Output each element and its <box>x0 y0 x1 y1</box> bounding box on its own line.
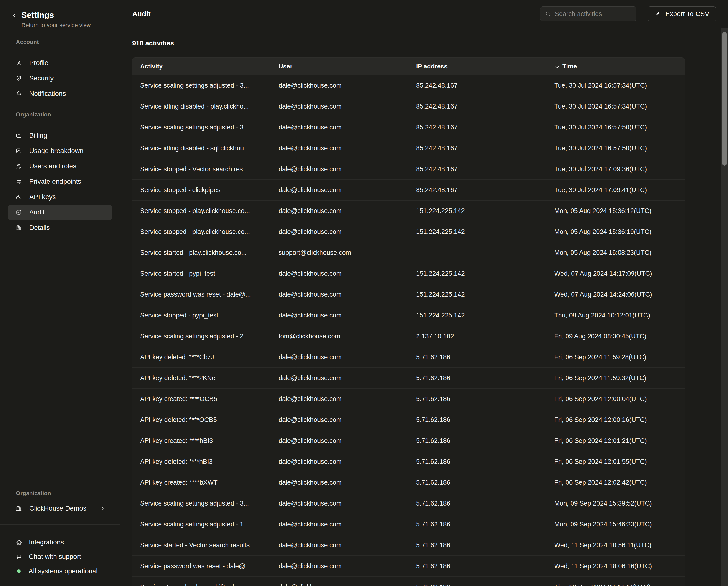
ip-cell: 151.224.225.142 <box>408 228 547 236</box>
column-header-user[interactable]: User <box>271 63 408 70</box>
activity-cell: Service idling disabled - play.clickho..… <box>132 103 271 110</box>
users-icon <box>15 163 22 170</box>
ip-cell: 85.242.48.167 <box>408 124 547 131</box>
time-cell: Fri, 06 Sep 2024 12:00:04(UTC) <box>547 395 684 403</box>
chevron-left-icon <box>11 13 17 18</box>
sidebar-item-label: Audit <box>29 209 45 216</box>
table-row: Service started - play.clickhouse.co...s… <box>132 242 684 263</box>
building-icon <box>15 505 22 512</box>
ip-cell: - <box>408 249 547 257</box>
scrollbar-thumb[interactable] <box>723 32 727 166</box>
sidebar-item-api-keys[interactable]: API keys <box>0 189 120 204</box>
column-header-time[interactable]: Time <box>547 63 684 70</box>
sidebar-item-audit[interactable]: Audit <box>8 204 112 220</box>
sidebar-item-label: API keys <box>29 193 56 201</box>
vertical-scrollbar <box>721 28 728 586</box>
column-header-ip[interactable]: IP address <box>408 63 547 70</box>
page-title: Audit <box>132 10 151 18</box>
back-button[interactable] <box>10 10 18 21</box>
sidebar-item-profile[interactable]: Profile <box>0 55 120 71</box>
sidebar-item-users-and-roles[interactable]: Users and roles <box>0 158 120 174</box>
chat-with-support-link[interactable]: Chat with support <box>0 550 120 564</box>
user-cell: dale@clickhouse.com <box>271 82 408 89</box>
sidebar-item-notifications[interactable]: Notifications <box>0 86 120 101</box>
org-switcher[interactable]: ClickHouse Demos <box>0 501 120 516</box>
sidebar-subtitle[interactable]: Return to your service view <box>21 22 91 29</box>
table-row: API key created: ****hBI3dale@clickhouse… <box>132 430 684 451</box>
time-cell: Fri, 06 Sep 2024 12:01:55(UTC) <box>547 458 684 465</box>
time-cell: Mon, 05 Aug 2024 15:36:12(UTC) <box>547 207 684 215</box>
settings-app: Settings Return to your service view Acc… <box>0 0 728 586</box>
table-row: Service stopped - play.clickhouse.co...d… <box>132 200 684 221</box>
ip-cell: 5.71.62.186 <box>408 437 547 444</box>
search-box[interactable] <box>540 6 636 21</box>
activity-cell: Service stopped - play.clickhouse.co... <box>132 207 271 215</box>
sidebar-item-label: Usage breakdown <box>29 147 83 155</box>
table-body: Service scaling settings adjusted - 3...… <box>132 75 685 586</box>
chat-bubble-icon <box>16 554 22 560</box>
ip-cell: 5.71.62.186 <box>408 479 547 486</box>
activity-cell: Service stopped - Vector search res... <box>132 166 271 173</box>
building-icon <box>15 224 22 231</box>
sidebar-item-private-endpoints[interactable]: Private endpoints <box>0 174 120 189</box>
sidebar-item-details[interactable]: Details <box>0 220 120 235</box>
time-cell: Tue, 30 Jul 2024 17:09:41(UTC) <box>547 186 684 194</box>
table-row: Service password was reset - dale@...dal… <box>132 284 684 305</box>
sidebar-item-billing[interactable]: Billing <box>0 128 120 143</box>
billing-card-icon <box>15 132 22 139</box>
ip-cell: 85.242.48.167 <box>408 166 547 173</box>
ip-cell: 5.71.62.186 <box>408 395 547 403</box>
table-row: API key deleted: ****CbzJdale@clickhouse… <box>132 347 684 368</box>
export-csv-button[interactable]: Export To CSV <box>648 6 716 21</box>
org-switcher-label: Organization <box>16 490 120 497</box>
user-cell: dale@clickhouse.com <box>271 228 408 236</box>
activities-count: 918 activities <box>132 39 716 47</box>
ip-cell: 5.71.62.186 <box>408 353 547 361</box>
activity-cell: API key created: ****hBI3 <box>132 437 271 444</box>
time-cell: Thu, 12 Sep 2024 08:42:44(UTC) <box>547 583 684 586</box>
activity-cell: Service started - play.clickhouse.co... <box>132 249 271 257</box>
user-cell: dale@clickhouse.com <box>271 479 408 486</box>
sidebar-item-usage-breakdown[interactable]: Usage breakdown <box>0 143 120 158</box>
sidebar-item-label: Private endpoints <box>29 178 81 186</box>
ip-cell: 151.224.225.142 <box>408 207 547 215</box>
table-row: Service stopped - play.clickhouse.co...d… <box>132 221 684 242</box>
table-header: Activity User IP address Time <box>132 57 685 75</box>
search-input[interactable] <box>555 10 632 18</box>
user-cell: dale@clickhouse.com <box>271 103 408 110</box>
user-cell: tom@clickhouse.com <box>271 333 408 340</box>
footer-item-label: Integrations <box>29 538 64 546</box>
export-button-label: Export To CSV <box>666 10 709 18</box>
time-cell: Tue, 30 Jul 2024 17:09:36(UTC) <box>547 166 684 173</box>
activity-cell: Service idling disabled - sql.clickhou..… <box>132 145 271 152</box>
audit-table: Activity User IP address Time <box>132 57 685 586</box>
activity-cell: Service stopped - clickpipes <box>132 186 271 194</box>
ip-cell: 151.224.225.142 <box>408 312 547 319</box>
system-status-link[interactable]: All systems operational <box>0 564 120 578</box>
person-icon <box>15 59 22 66</box>
activity-cell: API key created: ****OCB5 <box>132 395 271 403</box>
table-row: Service password was reset - dale@...dal… <box>132 556 684 577</box>
activity-cell: Service scaling settings adjusted - 1... <box>132 521 271 528</box>
time-cell: Wed, 11 Sep 2024 18:06:16(UTC) <box>547 562 684 570</box>
sidebar-item-security[interactable]: Security <box>0 71 120 86</box>
sidebar-title: Settings <box>21 10 91 20</box>
user-cell: dale@clickhouse.com <box>271 312 408 319</box>
time-cell: Fri, 06 Sep 2024 12:00:16(UTC) <box>547 416 684 424</box>
column-header-activity[interactable]: Activity <box>132 63 271 70</box>
time-cell: Mon, 09 Sep 2024 15:46:23(UTC) <box>547 521 684 528</box>
search-icon <box>545 10 551 17</box>
table-row: Service scaling settings adjusted - 2...… <box>132 326 684 347</box>
table-row: Service stopped - clickpipesdale@clickho… <box>132 180 684 200</box>
table-row: API key created: ****OCB5dale@clickhouse… <box>132 389 684 410</box>
user-cell: dale@clickhouse.com <box>271 395 408 403</box>
sidebar-item-label: Profile <box>29 59 48 67</box>
sidebar-header: Settings Return to your service view <box>0 0 120 29</box>
user-cell: dale@clickhouse.com <box>271 124 408 131</box>
time-cell: Tue, 30 Jul 2024 16:57:50(UTC) <box>547 145 684 152</box>
user-cell: dale@clickhouse.com <box>271 500 408 507</box>
integrations-link[interactable]: Integrations <box>0 535 120 550</box>
table-row: Service stopped - pypi_testdale@clickhou… <box>132 305 684 326</box>
user-cell: dale@clickhouse.com <box>271 166 408 173</box>
activity-cell: API key deleted: ****hBI3 <box>132 458 271 465</box>
